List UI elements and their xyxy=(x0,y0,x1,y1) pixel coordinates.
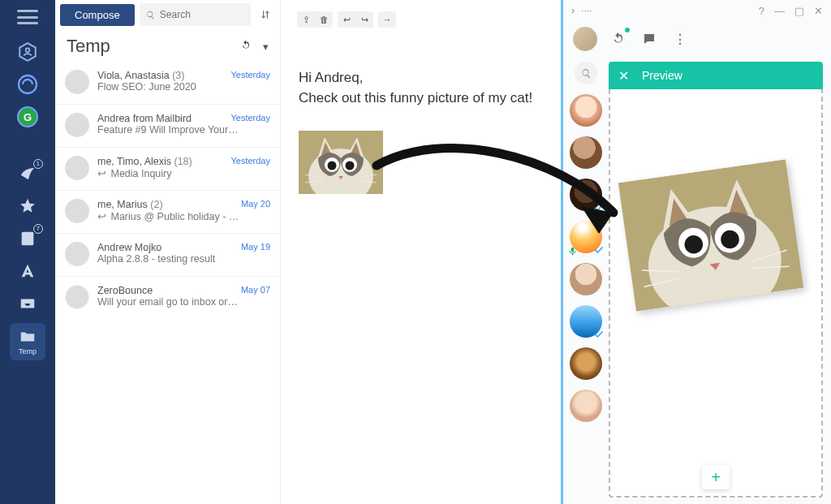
email-subject: ↩ Media Inquiry xyxy=(97,167,239,179)
email-subject: ↩ Marius @ Public holiday - 1st… xyxy=(97,210,239,222)
email-row[interactable]: me, Timo, Alexis (18)↩ Media InquiryYest… xyxy=(55,147,280,190)
email-subject: Feature #9 Will Improve Your… xyxy=(97,124,239,136)
person-avatar[interactable] xyxy=(570,179,602,211)
wing-badge: 1 xyxy=(33,159,43,169)
wing-icon[interactable]: 1 xyxy=(15,161,41,187)
preview-add-button[interactable]: + xyxy=(702,465,730,489)
delete-icon[interactable]: 🗑 xyxy=(318,14,329,25)
refresh-icon[interactable] xyxy=(240,40,252,54)
mic-icon xyxy=(567,245,578,256)
person-avatar[interactable] xyxy=(570,136,602,169)
close-icon[interactable]: ✕ xyxy=(814,5,823,17)
whereby-titlebar: › ···· ? — ▢ ✕ xyxy=(563,0,831,21)
person-avatar[interactable] xyxy=(570,390,602,422)
check-icon xyxy=(593,329,605,340)
star-icon[interactable] xyxy=(15,193,41,219)
note-icon[interactable]: 7 xyxy=(15,226,41,252)
message-toolbar: ⇪ 🗑 ↩ ↪ → xyxy=(297,8,548,31)
people-column xyxy=(563,57,609,504)
dropzone-area[interactable] xyxy=(615,107,816,491)
maximize-icon[interactable]: ▢ xyxy=(794,5,804,17)
forward-icon[interactable]: → xyxy=(381,14,393,25)
email-avatar xyxy=(65,199,89,223)
email-subject: Flow SEO: June 2020 xyxy=(97,81,239,93)
email-date: Yesterday xyxy=(230,70,270,80)
compose-button[interactable]: Compose xyxy=(60,4,135,26)
help-icon[interactable]: ? xyxy=(759,5,764,17)
home-hex-icon[interactable] xyxy=(15,39,41,65)
svg-point-1 xyxy=(26,48,30,52)
check-icon xyxy=(593,244,605,256)
person-avatar[interactable] xyxy=(570,305,602,338)
attachment-cat-image[interactable] xyxy=(299,131,383,194)
inbox-icon[interactable] xyxy=(15,291,41,317)
svg-point-2 xyxy=(19,75,37,93)
minimize-icon[interactable]: — xyxy=(774,5,785,17)
reply-all-icon[interactable]: ↪ xyxy=(359,14,370,25)
reply-icon[interactable]: ↩ xyxy=(341,14,352,25)
email-date: Yesterday xyxy=(230,113,270,123)
check-icon xyxy=(593,202,605,213)
preview-dropzone[interactable]: ✕ Preview xyxy=(609,62,823,498)
back-chevron-icon[interactable]: › xyxy=(571,5,575,16)
temp-folder-label: Temp xyxy=(19,347,37,355)
search-input-wrap[interactable] xyxy=(140,3,251,26)
email-row[interactable]: Viola, Anastasia (3)Flow SEO: June 2020Y… xyxy=(55,62,280,104)
email-list-column: Compose Temp ▾ Viola, Anastasia (3)Flow … xyxy=(55,0,281,504)
svg-point-9 xyxy=(346,162,355,170)
svg-rect-3 xyxy=(22,232,34,246)
aa-icon[interactable] xyxy=(15,258,41,284)
whereby-panel: › ···· ? — ▢ ✕ ⋮ ✕ Preview xyxy=(563,0,831,504)
email-row[interactable]: me, Marius (2)↩ Marius @ Public holiday … xyxy=(55,190,280,233)
preview-header: ✕ Preview xyxy=(609,62,823,89)
svg-point-8 xyxy=(328,162,337,170)
temp-folder-icon[interactable]: Temp xyxy=(10,323,45,360)
hamburger-icon[interactable] xyxy=(17,10,38,24)
titlebar-dots: ···· xyxy=(581,5,592,16)
email-avatar xyxy=(65,242,89,266)
email-row[interactable]: Andrew Mojko Alpha 2.8.8 - testing resul… xyxy=(55,233,280,276)
email-date: May 19 xyxy=(241,242,270,252)
email-date: May 07 xyxy=(241,285,270,295)
email-list: Viola, Anastasia (3)Flow SEO: June 2020Y… xyxy=(55,62,280,319)
self-avatar[interactable] xyxy=(573,27,597,51)
person-avatar[interactable] xyxy=(570,94,602,127)
email-subject: Will your email go to inbox or sp… xyxy=(97,296,239,308)
email-date: May 20 xyxy=(241,199,270,209)
dropped-cat-image[interactable] xyxy=(618,159,803,311)
preview-label: Preview xyxy=(642,69,682,82)
email-subject: Alpha 2.8.8 - testing result xyxy=(97,253,239,265)
person-avatar[interactable] xyxy=(570,263,602,295)
preview-close-icon[interactable]: ✕ xyxy=(618,68,629,84)
chat-icon[interactable] xyxy=(639,29,659,49)
email-row[interactable]: ZeroBounce Will your email go to inbox o… xyxy=(55,276,280,319)
reload-icon[interactable] xyxy=(609,29,628,49)
email-avatar xyxy=(65,113,89,137)
email-avatar xyxy=(65,156,89,180)
people-search-icon[interactable] xyxy=(575,62,597,84)
folder-menu-chevron-icon[interactable]: ▾ xyxy=(263,41,269,53)
kebab-icon[interactable]: ⋮ xyxy=(670,29,690,49)
google-icon[interactable]: G xyxy=(15,104,41,130)
search-input[interactable] xyxy=(160,9,244,20)
email-row[interactable]: Andrea from Mailbird Feature #9 Will Imp… xyxy=(55,104,280,147)
email-avatar xyxy=(65,285,89,309)
whereby-topbar: ⋮ xyxy=(563,21,831,57)
app-nav-rail: G 1 7 Temp xyxy=(0,0,55,504)
folder-name: Temp xyxy=(67,36,110,57)
person-avatar[interactable] xyxy=(570,221,602,253)
message-line2: Check out this funny picture of my cat! xyxy=(299,88,546,109)
sort-button[interactable] xyxy=(256,3,275,26)
folder-header: Temp ▾ xyxy=(55,29,280,62)
note-badge: 7 xyxy=(33,224,43,234)
person-avatar[interactable] xyxy=(570,347,602,380)
email-avatar xyxy=(65,70,89,94)
email-date: Yesterday xyxy=(230,156,270,166)
message-pane: ⇪ 🗑 ↩ ↪ → Hi Andreq, Check out this funn… xyxy=(281,0,561,504)
search-icon xyxy=(146,10,155,20)
mailbird-ring-icon[interactable] xyxy=(15,71,41,97)
archive-icon[interactable]: ⇪ xyxy=(300,14,312,25)
message-line1: Hi Andreq, xyxy=(299,68,546,88)
